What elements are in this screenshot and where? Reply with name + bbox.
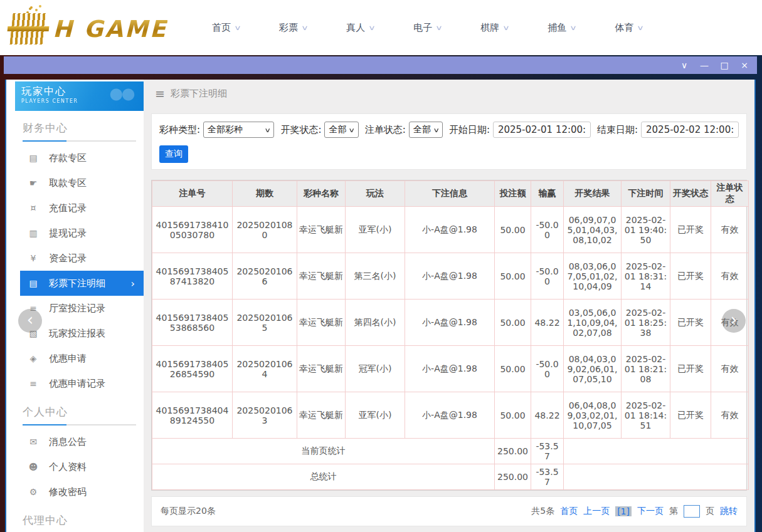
chevron-down-icon: ∨	[234, 24, 241, 32]
window-collapse-button[interactable]: ∨	[674, 56, 694, 74]
page-title: 彩票下注明细	[171, 88, 227, 100]
bell-icon: ✉	[28, 437, 39, 447]
table-cell: 06,09,07,05,01,04,03,08,10,02	[564, 207, 622, 253]
column-header: 下注信息	[405, 181, 495, 207]
sidebar-item-label: 优惠申请记录	[49, 378, 105, 390]
sidebar-item-funds-record[interactable]: ¥ 资金记录 ›	[20, 246, 144, 271]
total-count-label: 共5条	[531, 506, 554, 517]
recharge-icon: ¤	[28, 203, 39, 213]
first-page-link[interactable]: 首页	[560, 506, 578, 517]
table-cell: 401569173840553868560	[152, 300, 233, 346]
start-date-label: 开始日期:	[449, 124, 490, 136]
nav-item-electronic[interactable]: 电子 ∨	[413, 22, 442, 34]
table-cell: 已开奖	[670, 392, 711, 439]
table-cell: 小-A盘@1.98	[405, 392, 495, 439]
sidebar-item-personal-profile[interactable]: ☻ 个人资料 ›	[20, 454, 144, 479]
nav-item-fishing[interactable]: 捕鱼 ∨	[548, 22, 576, 34]
main-scroll: 彩种类型: 全部彩种 ∨ 开奖状态: 全部 ∨ 注单状态:	[144, 107, 754, 526]
list-doc-icon: ▤	[28, 278, 39, 288]
sidebar-item-label: 优惠申请	[49, 353, 87, 365]
nav-item-label: 真人	[346, 22, 365, 34]
column-header: 注单号	[152, 181, 233, 207]
desktop-backdrop: ∨—□× 玩家中心 PLAYERS CENTER 财务中心 ▤ 存款专区 › ☛…	[0, 55, 762, 532]
table-cell: 08,03,06,07,05,01,02,10,04,09	[564, 253, 622, 300]
hamburger-icon[interactable]: ≡	[155, 86, 165, 100]
summary-empty	[564, 439, 749, 464]
table-cell: 有效	[711, 392, 749, 439]
end-date-label: 结束日期:	[597, 124, 638, 136]
lottery-type-label: 彩种类型:	[159, 124, 200, 136]
sidebar-item-deposit-zone[interactable]: ▤ 存款专区 ›	[20, 145, 144, 170]
sidebar-item-promo-apply[interactable]: ◈ 优惠申请 ›	[20, 346, 144, 371]
nav-item-board-games[interactable]: 棋牌 ∨	[480, 22, 509, 34]
list-icon: ≡	[28, 378, 39, 389]
next-page-link[interactable]: 下一页	[637, 506, 664, 517]
carousel-next-button[interactable]: ›	[722, 309, 746, 333]
app-window: 玩家中心 PLAYERS CENTER 财务中心 ▤ 存款专区 › ☛ 取款专区…	[5, 80, 756, 532]
start-date-input[interactable]	[493, 122, 591, 138]
logo-mark-icon	[9, 13, 46, 44]
window-minimize-button[interactable]: —	[694, 56, 714, 74]
order-status-label: 注单状态:	[365, 124, 406, 136]
table-cell: 亚军(小)	[346, 207, 405, 253]
column-header: 注单状态	[711, 181, 749, 207]
sidebar-item-lottery-bet-detail[interactable]: ▤ 彩票下注明细 ›	[20, 271, 144, 296]
window-titlebar: ∨—□×	[4, 56, 757, 74]
sidebar-item-recharge-record[interactable]: ¤ 充值记录 ›	[20, 196, 144, 221]
order-status-value: 全部	[413, 124, 431, 135]
page-jump-input[interactable]	[684, 505, 700, 518]
table-cell: 第三名(小)	[346, 253, 405, 300]
window-close-button[interactable]: ×	[734, 56, 754, 74]
summary-label: 当前页统计	[152, 439, 495, 464]
sidebar-item-message-announcement[interactable]: ✉ 消息公告 ›	[20, 429, 144, 454]
sidebar-item-withdraw-zone[interactable]: ☛ 取款专区 ›	[20, 170, 144, 196]
search-button[interactable]: 查询	[159, 145, 188, 163]
table-cell: 20250201064	[233, 346, 297, 392]
jump-suffix-label: 页	[706, 506, 714, 517]
table-cell: 2025-02-01 18:25:38	[622, 300, 670, 346]
table-cell: 幸运飞艇新	[297, 392, 346, 439]
sidebar-item-label: 修改密码	[49, 486, 87, 498]
sidebar: 玩家中心 PLAYERS CENTER 财务中心 ▤ 存款专区 › ☛ 取款专区…	[6, 80, 144, 532]
table-cell: -50.00	[531, 253, 564, 300]
current-page-indicator: [1]	[615, 506, 632, 516]
sidebar-item-change-password[interactable]: ⚙ 修改密码 ›	[20, 479, 144, 504]
table-cell: 2025-02-01 18:21:08	[622, 346, 670, 392]
table-summary: 当前页统计 250.00 -53.57 总统计 250.00 -53.57	[152, 439, 749, 490]
table-cell: 已开奖	[670, 346, 711, 392]
per-page-label: 每页显示20条	[161, 506, 216, 517]
summary-row-current-page: 当前页统计 250.00 -53.57	[152, 439, 749, 464]
table-cell: 幸运飞艇新	[297, 207, 346, 253]
brand-logo[interactable]: H GAME	[11, 10, 167, 48]
window-maximize-button[interactable]: □	[714, 56, 734, 74]
table-cell: -50.00	[531, 207, 564, 253]
order-status-select[interactable]: 全部 ∨	[409, 122, 443, 138]
table-cell: 50.00	[495, 346, 531, 392]
pagination-bar: 每页显示20条 共5条 首页 上一页 [1] 下一页 第 页 跳转	[151, 496, 747, 526]
gamepad-icon	[108, 85, 136, 104]
jump-link[interactable]: 跳转	[720, 506, 738, 517]
sidebar-section-finance-center: 财务中心	[23, 121, 144, 135]
sidebar-item-promo-apply-record[interactable]: ≡ 优惠申请记录 ›	[20, 371, 144, 396]
table-cell: 幸运飞艇新	[297, 300, 346, 346]
lottery-type-select[interactable]: 全部彩种 ∨	[203, 122, 274, 138]
logo-sparkle-decoration	[30, 6, 33, 9]
nav-item-live[interactable]: 真人 ∨	[346, 22, 374, 34]
nav-item-lottery[interactable]: 彩票 ∨	[279, 22, 307, 34]
carousel-prev-button[interactable]: ‹	[18, 309, 42, 333]
nav-item-home[interactable]: 首页 ∨	[212, 22, 240, 34]
nav-item-sports[interactable]: 体育 ∨	[615, 22, 643, 34]
chevron-right-icon: ›	[131, 278, 135, 289]
sidebar-item-withdrawal-record[interactable]: ▥ 提现记录 ›	[20, 221, 144, 246]
nav-item-label: 彩票	[279, 22, 298, 34]
prev-page-link[interactable]: 上一页	[583, 506, 610, 517]
end-date-input[interactable]	[641, 122, 739, 138]
table-cell: 20250201080	[233, 207, 297, 253]
lottery-type-value: 全部彩种	[208, 124, 243, 135]
table-cell: 已开奖	[670, 253, 711, 300]
summary-row-grand-total: 总统计 250.00 -53.57	[152, 464, 749, 490]
table-cell: 幸运飞艇新	[297, 253, 346, 300]
table-cell: 50.00	[495, 392, 531, 439]
table-cell: 幸运飞艇新	[297, 346, 346, 392]
draw-status-select[interactable]: 全部 ∨	[324, 122, 358, 138]
